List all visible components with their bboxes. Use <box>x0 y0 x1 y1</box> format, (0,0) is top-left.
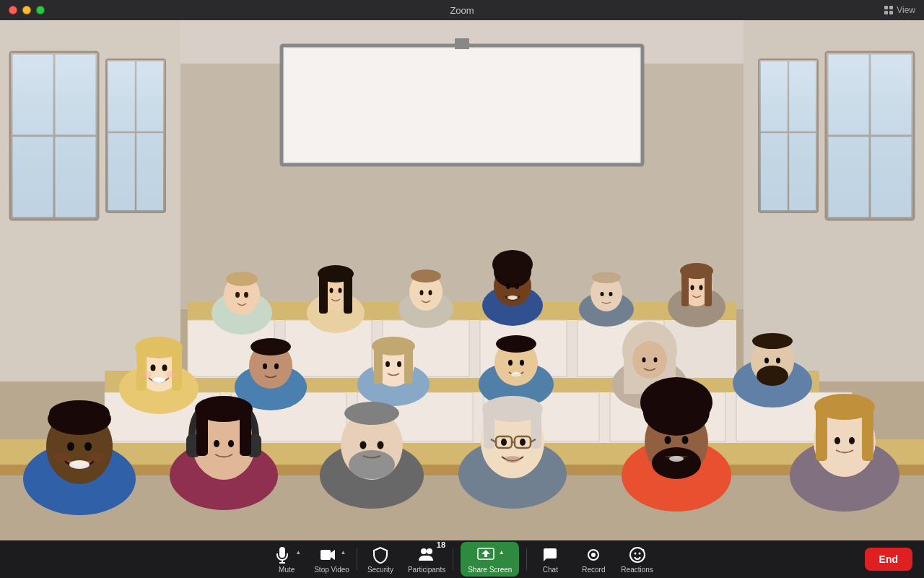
svg-point-170 <box>665 436 671 444</box>
reactions-label: Reactions <box>621 566 653 574</box>
participants-label: Participants <box>408 566 445 574</box>
svg-rect-92 <box>172 348 182 391</box>
stop-video-button-row[interactable]: ▲ <box>318 545 346 565</box>
minimize-button[interactable] <box>22 6 31 14</box>
sep-1 <box>357 548 357 570</box>
svg-point-114 <box>520 360 524 366</box>
view-button[interactable]: View <box>884 5 915 15</box>
share-screen-icon-row: ▲ <box>476 545 505 565</box>
svg-point-73 <box>506 283 510 289</box>
svg-point-185 <box>427 548 432 554</box>
participants-group[interactable]: 18 Participants <box>402 545 451 574</box>
share-screen-caret: ▲ <box>499 549 505 556</box>
svg-point-63 <box>339 288 342 293</box>
svg-rect-32 <box>455 38 469 49</box>
room-background <box>0 20 924 540</box>
svg-point-135 <box>53 452 71 462</box>
svg-rect-37 <box>0 439 924 465</box>
record-group[interactable]: Record <box>572 545 615 574</box>
svg-point-162 <box>501 439 507 446</box>
mute-button-row[interactable]: ▲ <box>272 545 301 565</box>
svg-point-68 <box>429 290 432 296</box>
participants-icon: 18 <box>417 545 437 565</box>
svg-point-78 <box>592 272 621 283</box>
record-icon <box>583 545 603 565</box>
sep-3 <box>526 548 527 570</box>
security-group[interactable]: Security <box>359 545 402 574</box>
svg-rect-142 <box>196 409 208 456</box>
svg-marker-187 <box>481 550 490 557</box>
svg-point-54 <box>226 272 258 286</box>
svg-point-178 <box>834 437 840 444</box>
sep-2 <box>453 548 453 570</box>
svg-point-119 <box>632 341 667 379</box>
svg-point-169 <box>652 447 701 479</box>
svg-point-136 <box>88 452 105 462</box>
chat-group[interactable]: Chat <box>528 545 572 574</box>
svg-point-171 <box>682 436 689 444</box>
svg-point-94 <box>162 365 167 371</box>
stop-video-icon <box>318 545 338 565</box>
svg-rect-84 <box>681 272 689 306</box>
svg-point-108 <box>385 361 390 367</box>
reactions-group[interactable]: Reactions <box>615 545 658 574</box>
svg-point-121 <box>654 358 658 363</box>
svg-point-115 <box>511 372 521 376</box>
svg-point-148 <box>344 402 399 425</box>
svg-point-151 <box>378 441 384 449</box>
end-button[interactable]: End <box>865 548 912 571</box>
svg-rect-28 <box>827 53 913 219</box>
view-icon <box>884 5 894 15</box>
share-screen-label: Share Screen <box>468 566 512 574</box>
svg-rect-1 <box>889 6 893 9</box>
stop-video-group[interactable]: ▲ Stop Video <box>308 545 355 574</box>
window-title: Zoom <box>450 5 474 16</box>
svg-point-133 <box>84 442 92 451</box>
toolbar: ▲ Mute ▲ Stop Video Security <box>0 540 924 578</box>
svg-point-131 <box>48 403 111 435</box>
record-label: Record <box>582 566 605 574</box>
chat-label: Chat <box>543 566 558 574</box>
svg-point-149 <box>349 450 395 479</box>
svg-rect-13 <box>11 53 97 219</box>
chat-icon <box>540 545 560 565</box>
view-label: View <box>897 5 915 15</box>
mute-group[interactable]: ▲ Mute <box>265 545 308 574</box>
main-video-area <box>0 20 924 540</box>
svg-point-124 <box>752 333 793 349</box>
svg-point-184 <box>421 548 427 554</box>
svg-point-86 <box>691 285 694 290</box>
svg-rect-23 <box>759 60 817 212</box>
stop-video-caret: ▲ <box>341 549 346 556</box>
svg-point-79 <box>601 292 604 296</box>
svg-point-55 <box>235 292 240 298</box>
svg-point-72 <box>494 256 531 288</box>
svg-rect-177 <box>862 407 873 461</box>
close-button[interactable] <box>9 6 17 14</box>
share-screen-icon <box>476 545 496 565</box>
share-screen-group[interactable]: ▲ Share Screen <box>455 542 525 577</box>
svg-rect-3 <box>889 11 893 14</box>
svg-marker-183 <box>331 550 335 560</box>
participants-count: 18 <box>437 540 445 549</box>
svg-point-132 <box>67 442 74 451</box>
svg-point-95 <box>152 377 165 383</box>
svg-point-134 <box>69 460 90 469</box>
svg-point-97 <box>166 371 178 378</box>
svg-rect-61 <box>344 274 352 314</box>
svg-point-109 <box>397 361 401 367</box>
stop-video-label: Stop Video <box>314 566 349 574</box>
svg-rect-176 <box>816 407 827 461</box>
svg-point-192 <box>638 553 640 555</box>
maximize-button[interactable] <box>36 6 45 14</box>
svg-point-125 <box>757 366 788 386</box>
svg-point-101 <box>263 363 267 369</box>
svg-point-100 <box>250 338 291 355</box>
svg-rect-91 <box>136 348 147 391</box>
svg-rect-85 <box>705 272 712 306</box>
svg-rect-143 <box>240 409 251 456</box>
share-screen-button[interactable]: ▲ Share Screen <box>461 542 519 577</box>
title-bar: Zoom View <box>0 0 924 20</box>
mute-caret: ▲ <box>295 549 301 556</box>
svg-point-66 <box>411 269 441 282</box>
